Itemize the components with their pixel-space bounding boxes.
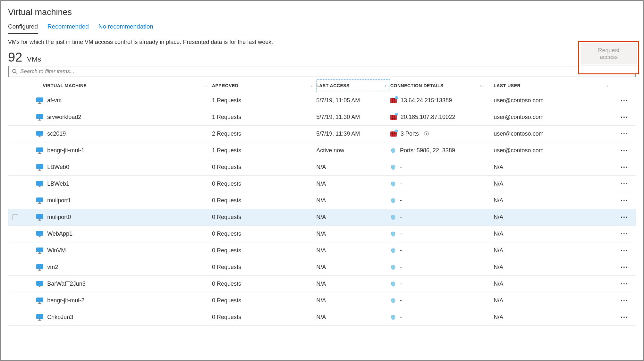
table-row[interactable]: af-vm1 Requests5/7/19, 11:05 AM13.64.24.… (8, 92, 636, 109)
tab-description: VMs for which the just in time VM access… (8, 39, 636, 46)
row-menu-button[interactable]: ··· (621, 180, 628, 188)
table-row[interactable]: LBWeb00 RequestsN/A-N/A··· (8, 159, 636, 176)
vm-cell[interactable]: bengr-jit-mul-1 (36, 147, 209, 154)
vm-icon (36, 231, 43, 237)
checkbox-cell[interactable] (8, 309, 23, 326)
table-row[interactable]: sc20192 Requests5/7/19, 11:39 AM3 Portsi… (8, 126, 636, 142)
checkbox-cell[interactable] (8, 159, 23, 176)
tab-recommended[interactable]: Recommended (47, 23, 89, 34)
row-menu-button[interactable]: ··· (621, 230, 628, 238)
connection-cell: - (390, 164, 485, 171)
checkbox-cell[interactable] (8, 209, 23, 226)
checkbox-cell[interactable] (8, 92, 23, 109)
sort-icon: ↓ (388, 83, 390, 88)
tab-configured[interactable]: Configured (8, 23, 38, 34)
vm-icon (36, 298, 43, 304)
last-access-cell: N/A (316, 309, 390, 326)
row-menu-button[interactable]: ··· (621, 97, 628, 105)
vm-cell[interactable]: srvworkload2 (36, 114, 209, 121)
row-checkbox[interactable] (13, 214, 18, 220)
vm-icon (36, 114, 43, 121)
table-row[interactable]: WinVM0 RequestsN/A-N/A··· (8, 242, 636, 259)
checkbox-cell[interactable] (8, 142, 23, 159)
table-row[interactable]: BarWafT2Jun30 RequestsN/A-N/A··· (8, 276, 636, 292)
connection-cell: 13.64.24.215:13389 (390, 97, 485, 104)
row-menu-button[interactable]: ··· (621, 313, 628, 321)
last-access-cell: N/A (316, 242, 390, 259)
vm-cell[interactable]: BarWafT2Jun3 (36, 281, 209, 287)
checkbox-cell[interactable] (8, 276, 23, 292)
table-row[interactable]: muliport00 RequestsN/A-N/A··· (8, 209, 636, 226)
tab-no-recommendation[interactable]: No recommendation (98, 23, 153, 34)
table-row[interactable]: WebApp10 RequestsN/A-N/A··· (8, 226, 636, 242)
last-user-cell: N/A (488, 242, 612, 259)
row-menu-button[interactable]: ··· (621, 213, 628, 221)
vm-cell[interactable]: af-vm (36, 97, 209, 104)
vm-name: srvworkload2 (47, 114, 81, 121)
row-menu-button[interactable]: ··· (621, 197, 628, 205)
checkbox-cell[interactable] (8, 192, 23, 209)
checkbox-cell[interactable] (8, 259, 23, 276)
search-input[interactable] (20, 68, 632, 75)
shield-icon (390, 164, 396, 171)
column-last-user[interactable]: LAST USER↑↓ (488, 79, 612, 92)
row-menu-button[interactable]: ··· (621, 247, 628, 255)
vm-name: BarWafT2Jun3 (47, 281, 85, 287)
vm-icon (36, 131, 43, 137)
column-last-access[interactable]: LAST ACCESS↑↓ (316, 79, 390, 92)
row-menu-button[interactable]: ··· (621, 147, 628, 155)
vm-cell[interactable]: muliport0 (36, 214, 209, 221)
table-row[interactable]: ChkpJun30 RequestsN/A-N/A··· (8, 309, 636, 326)
last-access-cell: N/A (316, 259, 390, 276)
checkbox-cell[interactable] (8, 242, 23, 259)
table-row[interactable]: LBWeb10 RequestsN/A-N/A··· (8, 176, 636, 192)
vm-name: vm2 (47, 264, 58, 271)
vm-cell[interactable]: sc2019 (36, 130, 209, 137)
vm-cell[interactable]: vm2 (36, 264, 209, 271)
last-user-cell: user@contoso.com (488, 142, 612, 159)
checkbox-cell[interactable] (8, 126, 23, 142)
connection-cell: - (390, 264, 485, 271)
row-menu-button[interactable]: ··· (621, 130, 628, 138)
tabs: ConfiguredRecommendedNo recommendation (8, 23, 636, 34)
table-row[interactable]: muliport10 RequestsN/A-N/A··· (8, 192, 636, 209)
column-checkbox[interactable] (8, 79, 23, 92)
row-menu-button[interactable]: ··· (621, 163, 628, 171)
row-menu-button[interactable]: ··· (621, 113, 628, 121)
checkbox-cell[interactable] (8, 226, 23, 242)
vm-cell[interactable]: bengr-jit-mul-2 (36, 297, 209, 304)
table-row[interactable]: vm20 RequestsN/A-N/A··· (8, 259, 636, 276)
column-connection[interactable]: CONNECTION DETAILS↑↓ (390, 79, 488, 92)
vm-name: af-vm (47, 97, 62, 104)
vm-cell[interactable]: LBWeb0 (36, 164, 209, 171)
connection-text: - (400, 214, 402, 221)
table-row[interactable]: bengr-jit-mul-11 RequestsActive nowPorts… (8, 142, 636, 159)
connection-text: - (400, 231, 402, 237)
table-row[interactable]: bengr-jit-mul-20 RequestsN/A-N/A··· (8, 292, 636, 309)
last-access-cell: N/A (316, 176, 390, 192)
vm-name: bengr-jit-mul-2 (47, 297, 84, 304)
search-wrapper[interactable] (8, 66, 636, 77)
info-icon[interactable]: i (424, 131, 429, 136)
shield-icon (390, 314, 396, 321)
row-menu-button[interactable]: ··· (621, 297, 628, 305)
table-row[interactable]: srvworkload21 Requests5/7/19, 11:30 AM20… (8, 109, 636, 126)
row-menu-button[interactable]: ··· (621, 280, 628, 288)
column-vm[interactable]: VIRTUAL MACHINE↑↓ (23, 79, 212, 92)
request-access-button[interactable]: Request access (580, 43, 637, 64)
checkbox-cell[interactable] (8, 292, 23, 309)
vm-name: LBWeb1 (47, 180, 69, 187)
connection-text: - (400, 281, 402, 287)
sort-icon: ↑↓ (204, 83, 208, 88)
vm-cell[interactable]: LBWeb1 (36, 180, 209, 187)
vm-cell[interactable]: WebApp1 (36, 231, 209, 237)
checkbox-cell[interactable] (8, 109, 23, 126)
vm-cell[interactable]: muliport1 (36, 197, 209, 204)
vm-cell[interactable]: ChkpJun3 (36, 314, 209, 321)
vm-cell[interactable]: WinVM (36, 247, 209, 254)
approved-cell: 2 Requests (212, 126, 316, 142)
column-approved[interactable]: APPROVED↑↓ (212, 79, 316, 92)
approved-cell: 0 Requests (212, 176, 316, 192)
row-menu-button[interactable]: ··· (621, 263, 628, 271)
checkbox-cell[interactable] (8, 176, 23, 192)
